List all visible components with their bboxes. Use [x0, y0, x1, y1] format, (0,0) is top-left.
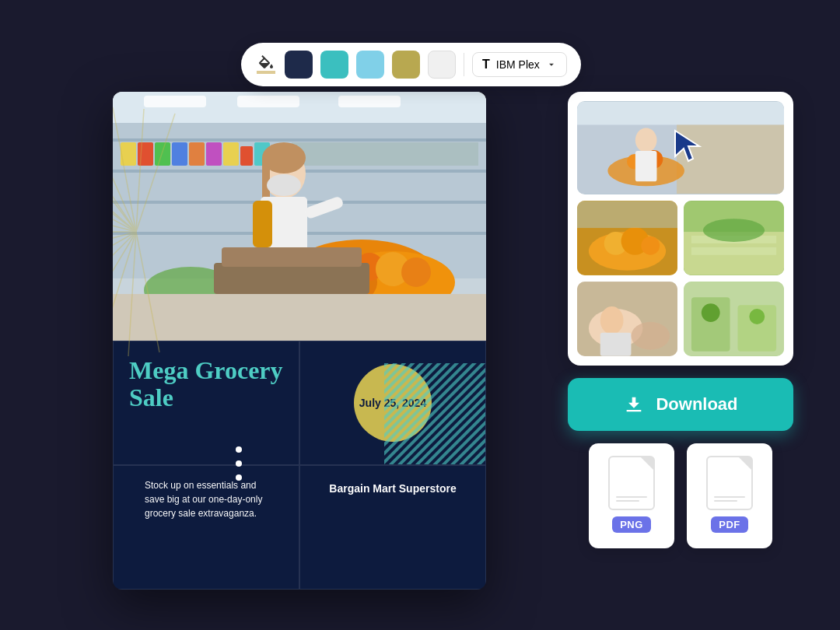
svg-marker-71 [675, 131, 699, 161]
image-thumb-bot-left[interactable] [577, 282, 677, 356]
svg-point-85 [600, 306, 624, 334]
svg-rect-24 [113, 138, 486, 142]
cursor-arrow [671, 127, 710, 169]
bullet-dots [236, 446, 242, 481]
poster-title-cell: Mega Grocery Sale [113, 341, 299, 465]
image-thumb-main[interactable] [577, 101, 784, 194]
svg-rect-64 [577, 102, 784, 125]
svg-rect-95 [714, 496, 745, 498]
poster-description-cell: Stock up on essentials and save big at o… [113, 465, 299, 590]
font-name-label: IBM Plex [496, 58, 540, 71]
svg-rect-94 [616, 500, 639, 502]
poster-bottom-grid: Mega Grocery Sale July 25, 2024 Stock u [113, 341, 486, 590]
image-selector-panel [568, 92, 793, 366]
image-thumb-mid-right[interactable] [684, 201, 784, 275]
poster-image [113, 92, 486, 341]
color-swatch-navy[interactable] [285, 51, 313, 79]
svg-rect-35 [240, 146, 253, 166]
svg-point-91 [702, 303, 720, 322]
svg-rect-51 [253, 201, 272, 247]
svg-rect-86 [600, 333, 632, 356]
download-icon [623, 394, 645, 415]
color-swatch-white[interactable] [428, 51, 456, 79]
poster-description: Stock up on essentials and save big at o… [145, 478, 283, 520]
image-grid [577, 101, 784, 356]
bullet-dot-1 [236, 446, 242, 453]
file-type-buttons: PNG PDF [568, 443, 793, 548]
svg-point-87 [631, 322, 670, 350]
svg-rect-22 [338, 96, 401, 107]
svg-rect-29 [138, 142, 153, 166]
svg-point-57 [267, 174, 301, 196]
png-label: PNG [612, 516, 651, 533]
poster-card: Mega Grocery Sale July 25, 2024 Stock u [113, 92, 486, 590]
poster-date-cell: July 25, 2024 [299, 341, 486, 465]
svg-point-76 [641, 236, 660, 255]
pdf-file-icon [706, 456, 753, 510]
svg-rect-20 [144, 96, 206, 107]
color-swatch-light-blue[interactable] [356, 51, 384, 79]
svg-rect-33 [206, 142, 222, 166]
pdf-label: PDF [711, 516, 748, 533]
svg-rect-58 [113, 294, 486, 341]
download-label: Download [656, 394, 737, 415]
right-panel: Download PNG [568, 92, 793, 548]
font-t-icon: T [482, 58, 490, 72]
color-swatch-teal[interactable] [320, 51, 348, 79]
svg-rect-81 [691, 247, 776, 255]
main-container: T IBM Plex [0, 0, 840, 630]
svg-rect-77 [577, 201, 677, 228]
svg-rect-28 [121, 142, 136, 166]
bullet-dot-2 [236, 460, 242, 467]
poster-store-cell: Bargain Mart Superstore [299, 465, 486, 590]
pdf-lines [714, 496, 745, 502]
toolbar-separator [464, 53, 464, 76]
paint-bucket-icon[interactable] [255, 54, 277, 75]
svg-point-82 [703, 219, 765, 242]
png-file-icon [608, 456, 655, 510]
color-toolbar: T IBM Plex [241, 43, 581, 86]
svg-point-45 [401, 257, 431, 287]
svg-rect-96 [714, 500, 737, 502]
svg-rect-93 [616, 496, 647, 498]
png-lines [616, 496, 647, 502]
file-btn-png[interactable]: PNG [589, 443, 674, 548]
file-btn-pdf[interactable]: PDF [687, 443, 772, 548]
svg-rect-21 [237, 96, 299, 107]
svg-point-92 [749, 309, 765, 324]
svg-rect-30 [155, 142, 170, 166]
svg-rect-34 [223, 142, 239, 166]
font-selector[interactable]: T IBM Plex [472, 52, 567, 77]
image-thumb-mid-left[interactable] [577, 201, 677, 275]
image-thumb-bot-right[interactable] [684, 282, 784, 356]
svg-rect-38 [292, 142, 478, 166]
poster-title: Mega Grocery Sale [129, 357, 283, 411]
bullet-dot-3 [236, 474, 242, 481]
color-swatch-gold[interactable] [392, 51, 420, 79]
diagonal-stripes-svg [384, 363, 485, 464]
svg-rect-32 [189, 142, 205, 166]
svg-rect-59 [214, 263, 369, 294]
svg-rect-31 [172, 142, 187, 166]
svg-rect-70 [635, 151, 657, 181]
download-button[interactable]: Download [568, 378, 793, 431]
chevron-down-icon [546, 59, 557, 70]
svg-rect-60 [222, 247, 362, 267]
svg-point-69 [635, 128, 657, 152]
svg-rect-62 [384, 363, 485, 464]
poster-store-name: Bargain Mart Superstore [316, 481, 470, 497]
